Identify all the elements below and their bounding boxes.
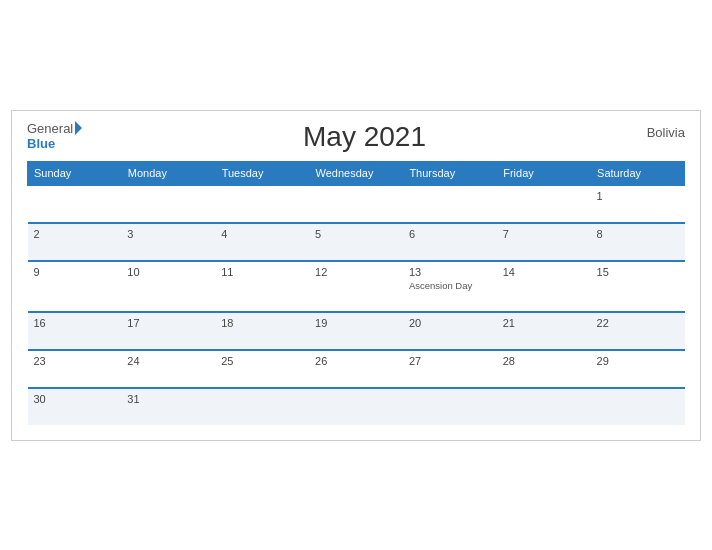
calendar-cell xyxy=(309,388,403,425)
day-number: 28 xyxy=(503,355,585,367)
day-number: 11 xyxy=(221,266,303,278)
weekday-header-wednesday: Wednesday xyxy=(309,161,403,185)
calendar-cell: 19 xyxy=(309,312,403,350)
calendar-table: SundayMondayTuesdayWednesdayThursdayFrid… xyxy=(27,161,685,425)
calendar-cell: 6 xyxy=(403,223,497,261)
calendar-cell: 7 xyxy=(497,223,591,261)
calendar-cell: 12 xyxy=(309,261,403,312)
calendar-cell: 8 xyxy=(591,223,685,261)
event-label: Ascension Day xyxy=(409,280,491,291)
day-number: 14 xyxy=(503,266,585,278)
day-number: 15 xyxy=(597,266,679,278)
calendar-cell xyxy=(28,185,122,223)
calendar-header: General Blue May 2021 Bolivia xyxy=(27,121,685,153)
weekday-header-thursday: Thursday xyxy=(403,161,497,185)
logo-flag-icon xyxy=(75,121,82,135)
calendar-cell: 30 xyxy=(28,388,122,425)
weekday-header-friday: Friday xyxy=(497,161,591,185)
logo: General Blue xyxy=(27,121,82,151)
calendar-cell: 5 xyxy=(309,223,403,261)
day-number: 29 xyxy=(597,355,679,367)
country-label: Bolivia xyxy=(647,125,685,140)
day-number: 31 xyxy=(127,393,209,405)
day-number: 30 xyxy=(34,393,116,405)
calendar-cell: 17 xyxy=(121,312,215,350)
calendar-cell: 11 xyxy=(215,261,309,312)
calendar-cell: 3 xyxy=(121,223,215,261)
day-number: 21 xyxy=(503,317,585,329)
day-number: 2 xyxy=(34,228,116,240)
calendar-cell: 28 xyxy=(497,350,591,388)
calendar-container: General Blue May 2021 Bolivia SundayMond… xyxy=(11,110,701,441)
calendar-cell: 20 xyxy=(403,312,497,350)
day-number: 23 xyxy=(34,355,116,367)
day-number: 7 xyxy=(503,228,585,240)
calendar-cell xyxy=(403,388,497,425)
calendar-cell: 10 xyxy=(121,261,215,312)
calendar-week-row: 1 xyxy=(28,185,685,223)
day-number: 27 xyxy=(409,355,491,367)
calendar-cell: 14 xyxy=(497,261,591,312)
day-number: 6 xyxy=(409,228,491,240)
calendar-cell: 26 xyxy=(309,350,403,388)
weekday-header-saturday: Saturday xyxy=(591,161,685,185)
calendar-cell: 31 xyxy=(121,388,215,425)
calendar-cell: 21 xyxy=(497,312,591,350)
weekday-header-monday: Monday xyxy=(121,161,215,185)
calendar-cell xyxy=(215,388,309,425)
calendar-cell: 23 xyxy=(28,350,122,388)
calendar-cell xyxy=(591,388,685,425)
day-number: 5 xyxy=(315,228,397,240)
weekday-header-sunday: Sunday xyxy=(28,161,122,185)
day-number: 3 xyxy=(127,228,209,240)
logo-general-text: General xyxy=(27,121,73,136)
day-number: 10 xyxy=(127,266,209,278)
calendar-cell: 13Ascension Day xyxy=(403,261,497,312)
day-number: 19 xyxy=(315,317,397,329)
day-number: 1 xyxy=(597,190,679,202)
day-number: 16 xyxy=(34,317,116,329)
calendar-cell: 16 xyxy=(28,312,122,350)
calendar-cell: 4 xyxy=(215,223,309,261)
calendar-week-row: 3031 xyxy=(28,388,685,425)
day-number: 26 xyxy=(315,355,397,367)
calendar-cell xyxy=(215,185,309,223)
calendar-cell: 2 xyxy=(28,223,122,261)
calendar-cell xyxy=(497,185,591,223)
calendar-cell: 9 xyxy=(28,261,122,312)
day-number: 8 xyxy=(597,228,679,240)
day-number: 9 xyxy=(34,266,116,278)
day-number: 4 xyxy=(221,228,303,240)
day-number: 18 xyxy=(221,317,303,329)
weekday-header-tuesday: Tuesday xyxy=(215,161,309,185)
day-number: 25 xyxy=(221,355,303,367)
day-number: 17 xyxy=(127,317,209,329)
calendar-cell: 24 xyxy=(121,350,215,388)
calendar-cell: 25 xyxy=(215,350,309,388)
calendar-week-row: 16171819202122 xyxy=(28,312,685,350)
day-number: 24 xyxy=(127,355,209,367)
calendar-cell: 15 xyxy=(591,261,685,312)
calendar-week-row: 23242526272829 xyxy=(28,350,685,388)
day-number: 12 xyxy=(315,266,397,278)
calendar-cell xyxy=(403,185,497,223)
calendar-cell: 18 xyxy=(215,312,309,350)
calendar-cell xyxy=(309,185,403,223)
weekday-header-row: SundayMondayTuesdayWednesdayThursdayFrid… xyxy=(28,161,685,185)
calendar-cell xyxy=(121,185,215,223)
calendar-title: May 2021 xyxy=(303,121,426,153)
calendar-cell: 29 xyxy=(591,350,685,388)
day-number: 13 xyxy=(409,266,491,278)
day-number: 20 xyxy=(409,317,491,329)
calendar-week-row: 2345678 xyxy=(28,223,685,261)
calendar-week-row: 910111213Ascension Day1415 xyxy=(28,261,685,312)
logo-blue-text: Blue xyxy=(27,136,55,151)
calendar-cell: 22 xyxy=(591,312,685,350)
calendar-cell: 27 xyxy=(403,350,497,388)
calendar-cell xyxy=(497,388,591,425)
day-number: 22 xyxy=(597,317,679,329)
calendar-cell: 1 xyxy=(591,185,685,223)
